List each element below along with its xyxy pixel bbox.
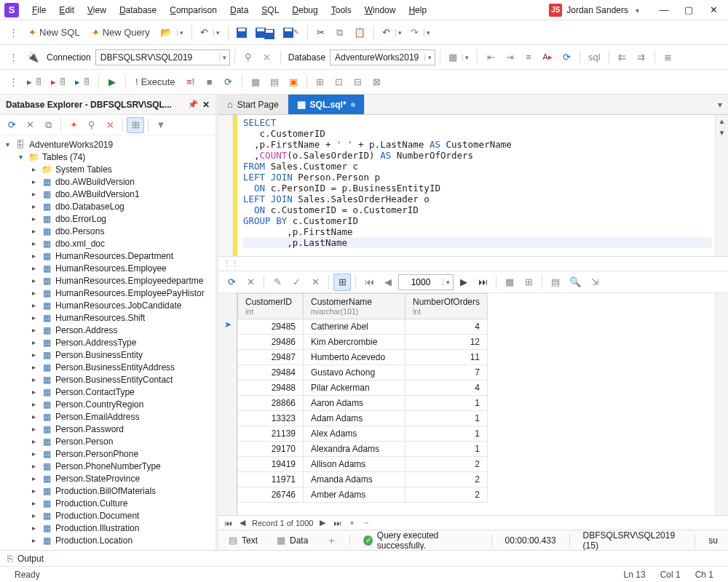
menu-view[interactable]: View [82, 3, 112, 17]
first-page-button[interactable]: ⏮ [360, 274, 378, 291]
results-grid[interactable]: CustomerIDintCustomerNamenvarchar(101)Nu… [237, 293, 715, 515]
plug-tree-button[interactable]: ⚲ [83, 117, 100, 133]
minimize-button[interactable]: — [654, 2, 674, 18]
tree-table[interactable]: ▸▦HumanResources.Department [0, 250, 215, 262]
copy-tree-button[interactable]: ⧉ [39, 117, 57, 133]
rollback-button[interactable]: ✕ [306, 274, 324, 291]
tree-table[interactable]: ▸▦HumanResources.EmployeePayHistor [0, 287, 215, 299]
tree-table[interactable]: ▸▦dbo.DatabaseLog [0, 200, 215, 212]
nav-add[interactable]: ＋ [347, 517, 357, 528]
save-all-button[interactable] [252, 24, 278, 41]
menu-database[interactable]: Database [114, 3, 162, 17]
tab-sql-file[interactable]: ▦SQL.sql* [288, 95, 365, 114]
indent-right-button[interactable]: ⇥ [501, 49, 518, 66]
tree-system-tables[interactable]: ▸📁System Tables [0, 163, 215, 175]
tree-table[interactable]: ▸▦dbo.AWBuildVersion1 [0, 188, 215, 200]
sql-editor[interactable]: SELECT c.CustomerID ,p.FirstName + ' ' +… [218, 115, 728, 257]
search-results-button[interactable]: 🔍 [566, 274, 585, 291]
add-tab-button[interactable]: ＋ [321, 535, 342, 545]
tree-table[interactable]: ▸▦Production.Document [0, 509, 215, 522]
edit-row-button[interactable]: ✎ [269, 274, 286, 291]
last-page-button[interactable]: ⏭ [474, 274, 491, 291]
new-sql-button[interactable]: ✦New SQL [23, 24, 85, 41]
stop-button[interactable]: ■ [201, 73, 218, 91]
tree-table[interactable]: ▸▦Person.StateProvince [0, 472, 215, 485]
code-area[interactable]: SELECT c.CustomerID ,p.FirstName + ' ' +… [233, 115, 715, 256]
copy-button[interactable]: ⧉ [331, 24, 349, 41]
paste-button[interactable]: 📋 [350, 24, 369, 41]
next-page-button[interactable]: ▶ [455, 274, 472, 291]
tree-table[interactable]: ▸▦Person.BusinessEntity [0, 348, 215, 361]
tree-table[interactable]: ▸▦Person.PersonPhone [0, 447, 215, 460]
indent-left-button[interactable]: ⇤ [482, 49, 499, 66]
refresh-button[interactable]: ⟳ [558, 49, 575, 66]
menu-window[interactable]: Window [359, 3, 402, 17]
user-dropdown[interactable] [633, 5, 639, 15]
pane-2-button[interactable]: ⊡ [331, 73, 348, 91]
pin-icon[interactable]: 📌 [188, 100, 198, 109]
indent-button[interactable]: ⇉ [633, 49, 650, 66]
view3-button[interactable]: ▤ [547, 274, 564, 291]
tree-table[interactable]: ▸▦Person.BusinessEntityContact [0, 373, 215, 386]
plug-button[interactable]: ⚲ [240, 49, 257, 66]
tool-btn-1[interactable]: ▦▾ [445, 49, 472, 66]
commit-button[interactable]: ✓ [288, 274, 305, 291]
nav-del[interactable]: － [361, 517, 371, 528]
data-tab-button[interactable]: ▦Data [271, 535, 314, 546]
menu-sql[interactable]: SQL [256, 3, 285, 17]
tree-table[interactable]: ▸▦dbo.Persons [0, 225, 215, 237]
connection-combo[interactable]: DBFSQLSRV\SQL2019▾ [95, 49, 230, 65]
user-badge[interactable]: JS [549, 4, 562, 17]
tree-table[interactable]: ▸▦Production.Location [0, 534, 215, 546]
menu-data[interactable]: Data [224, 3, 254, 17]
db-run-button[interactable]: ▸🗄 [23, 73, 46, 91]
tree-table[interactable]: ▸▦Person.CountryRegion [0, 398, 215, 410]
tree-table[interactable]: ▸▦HumanResources.Employee [0, 262, 215, 274]
tree-table[interactable]: ▸▦HumanResources.JobCandidate [0, 299, 215, 311]
menu-file[interactable]: File [26, 3, 52, 17]
list-button[interactable]: ≣ [660, 49, 677, 66]
tree-database[interactable]: ▾🗄AdventureWorks2019 [0, 138, 215, 151]
cycle-button[interactable]: ⟳ [220, 73, 237, 91]
scroll-down-icon[interactable]: ▼ [716, 127, 728, 138]
scroll-up-icon[interactable]: ▲ [716, 115, 728, 127]
save-button[interactable] [233, 24, 250, 41]
comment-button[interactable]: ≡ [520, 49, 537, 66]
menu-help[interactable]: Help [403, 3, 432, 17]
tree-table[interactable]: ▸▦Person.ContactType [0, 386, 215, 398]
pane-4-button[interactable]: ⊠ [368, 73, 386, 91]
tree-table[interactable]: ▸▦Person.BusinessEntityAddress [0, 361, 215, 373]
menu-debug[interactable]: Debug [286, 3, 323, 17]
database-combo[interactable]: AdventureWorks2019▾ [330, 49, 435, 65]
execute-button[interactable]: !Execute [130, 73, 181, 91]
connection-icon[interactable]: 🔌 [23, 49, 42, 66]
menu-tools[interactable]: Tools [325, 3, 357, 17]
outdent-button[interactable]: ⇇ [614, 49, 631, 66]
tree-table[interactable]: ▸▦Person.EmailAddress [0, 410, 215, 423]
object-tree[interactable]: ▾🗄AdventureWorks2019▾📁Tables (74)▸📁Syste… [0, 135, 215, 550]
output-panel-tab[interactable]: ⎘ Output [0, 550, 728, 566]
redo-button[interactable]: ↷▾ [407, 24, 434, 41]
tree-table[interactable]: ▸▦HumanResources.Shift [0, 311, 215, 324]
editor-scrollbar[interactable]: ▲ ▼ [715, 115, 728, 256]
tree-table[interactable]: ▸▦dbo.xml_doc [0, 237, 215, 250]
grid-scrollbar[interactable] [715, 293, 728, 515]
nav-last[interactable]: ⏭ [332, 519, 342, 527]
new-conn-button[interactable]: ✦ [65, 117, 82, 133]
page-size-combo[interactable]: ▾ [398, 274, 454, 290]
view1-button[interactable]: ▦ [501, 274, 518, 291]
unplug-tree-button[interactable]: ⤬ [101, 117, 119, 133]
tree-table[interactable]: ▸▦dbo.ErrorLog [0, 212, 215, 225]
view-mode-button[interactable]: ⊞ [127, 117, 144, 133]
prev-page-button[interactable]: ◀ [379, 274, 397, 291]
pane-3-button[interactable]: ⊟ [349, 73, 367, 91]
font-button[interactable]: A▸ [539, 49, 556, 66]
refresh-results-button[interactable]: ⟳ [223, 274, 240, 291]
close-button[interactable]: ✕ [703, 2, 724, 18]
delete-tree-button[interactable]: ✕ [21, 117, 39, 133]
run-button[interactable]: ▶ [103, 73, 121, 91]
tree-tables-folder[interactable]: ▾📁Tables (74) [0, 151, 215, 163]
tabs-overflow[interactable]: ▾ [712, 95, 728, 114]
cancel-results-button[interactable]: ✕ [242, 274, 259, 291]
tree-table[interactable]: ▸▦Person.AddressType [0, 336, 215, 348]
